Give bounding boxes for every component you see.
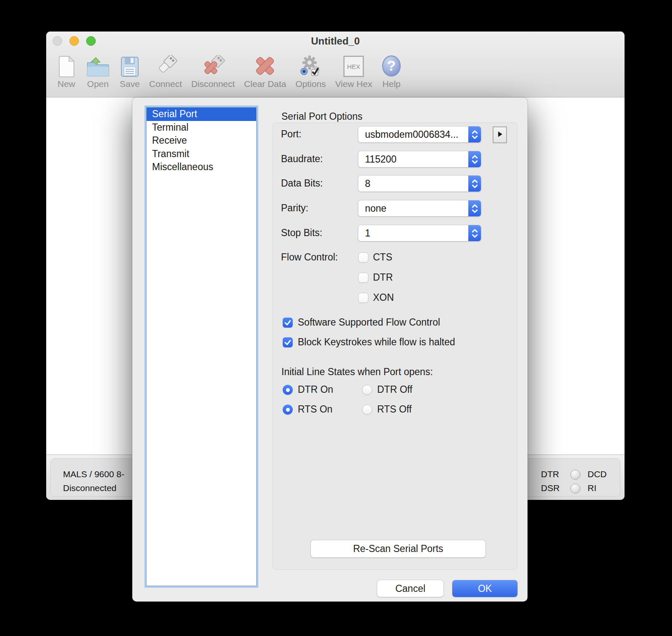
data-bits-value: 8 xyxy=(358,176,481,192)
xon-checkbox[interactable] xyxy=(358,293,368,303)
category-serial-port[interactable]: Serial Port xyxy=(147,108,256,121)
parity-value: none xyxy=(358,200,481,216)
save-floppy-icon xyxy=(120,49,140,78)
software-flow-control-checkbox[interactable] xyxy=(283,318,293,328)
dtr-checkbox[interactable] xyxy=(358,273,368,283)
toolbar-button-save[interactable]: Save xyxy=(115,49,144,89)
port-select[interactable]: usbmodem0006834... xyxy=(358,126,481,142)
options-category-list: Serial Port Terminal Receive Transmit Mi… xyxy=(146,107,257,586)
toolbar-label: Connect xyxy=(149,79,182,89)
data-bits-select[interactable]: 8 xyxy=(358,176,481,192)
category-miscellaneous[interactable]: Miscellaneous xyxy=(147,160,256,174)
new-document-icon xyxy=(57,49,76,78)
options-gears-icon xyxy=(298,49,323,78)
help-icon: ? xyxy=(381,49,402,78)
desktop-background: Untitled_0 New xyxy=(0,0,672,636)
port-value: usbmodem0006834... xyxy=(358,126,481,142)
stepper-chevrons-icon xyxy=(468,225,481,241)
ri-indicator-led xyxy=(570,484,580,494)
toolbar-label: Help xyxy=(383,79,401,89)
options-dialog: Serial Port Terminal Receive Transmit Mi… xyxy=(132,97,528,602)
dcd-signal-label: DCD xyxy=(588,469,607,479)
toolbar-label: Options xyxy=(296,79,326,89)
dtr-off-label: DTR Off xyxy=(377,384,412,395)
stop-bits-select[interactable]: 1 xyxy=(358,225,481,241)
clear-data-icon xyxy=(253,49,277,78)
right-triangle-icon xyxy=(497,131,503,139)
dcd-indicator-led xyxy=(570,470,580,480)
toolbar-button-help[interactable]: ? Help xyxy=(377,49,406,89)
block-keystrokes-label: Block Keystrokes while flow is halted xyxy=(298,336,455,348)
stepper-chevrons-icon xyxy=(468,151,481,167)
toolbar-label: New xyxy=(58,79,75,89)
toolbar-label: Open xyxy=(87,79,108,89)
rts-off-radio[interactable] xyxy=(362,405,372,415)
cancel-button[interactable]: Cancel xyxy=(377,580,444,597)
software-flow-control-label: Software Supported Flow Control xyxy=(298,317,440,328)
toolbar-button-clear-data[interactable]: Clear Data xyxy=(239,49,291,89)
stepper-chevrons-icon xyxy=(468,126,481,142)
connection-state-status: Disconnected xyxy=(63,483,116,493)
toolbar-label: Disconnect xyxy=(191,79,235,89)
port-settings-status: MALS / 9600 8- xyxy=(63,469,124,479)
stop-bits-label: Stop Bits: xyxy=(281,227,322,239)
rts-off-label: RTS Off xyxy=(377,404,412,415)
ok-button[interactable]: OK xyxy=(452,580,517,597)
port-label: Port: xyxy=(281,129,302,140)
category-transmit[interactable]: Transmit xyxy=(147,147,256,161)
dtr-signal-label: DTR xyxy=(541,469,559,479)
view-hex-icon: HEX xyxy=(343,49,365,78)
dtr-off-radio[interactable] xyxy=(362,385,372,395)
toolbar-label: View Hex xyxy=(335,79,372,89)
toolbar-button-disconnect[interactable]: Disconnect xyxy=(186,49,239,89)
baudrate-label: Baudrate: xyxy=(281,153,323,165)
rescan-serial-ports-button[interactable]: Re-Scan Serial Ports xyxy=(311,540,486,557)
open-folder-icon xyxy=(85,49,110,78)
flow-control-label: Flow Control: xyxy=(281,252,338,263)
window-chrome: Untitled_0 New xyxy=(46,32,625,97)
help-glyph-text: ? xyxy=(387,58,396,74)
window-title: Untitled_0 xyxy=(46,35,625,47)
data-bits-label: Data Bits: xyxy=(281,178,323,189)
usb-disconnect-icon xyxy=(200,49,226,78)
rts-on-label: RTS On xyxy=(298,404,333,415)
ri-signal-label: RI xyxy=(588,483,596,493)
toolbar-button-new[interactable]: New xyxy=(52,49,81,89)
line-signals-panel: DTR DCD DSR RI xyxy=(519,458,620,497)
dtr-on-label: DTR On xyxy=(298,384,333,395)
toolbar-button-open[interactable]: Open xyxy=(81,49,115,89)
dtr-label: DTR xyxy=(373,272,393,283)
rts-on-radio[interactable] xyxy=(283,405,293,415)
baudrate-value: 115200 xyxy=(358,151,481,167)
toolbar-label: Save xyxy=(120,79,140,89)
baudrate-select[interactable]: 115200 xyxy=(358,151,481,167)
cts-checkbox[interactable] xyxy=(358,252,368,263)
pane-title: Serial Port Options xyxy=(281,111,362,122)
toolbar-button-view-hex[interactable]: HEX View Hex xyxy=(331,49,377,89)
toolbar-button-connect[interactable]: Connect xyxy=(144,49,186,89)
initial-line-states-label: Initial Line States when Port opens: xyxy=(281,366,433,378)
parity-label: Parity: xyxy=(281,202,308,214)
stepper-chevrons-icon xyxy=(468,200,481,216)
stepper-chevrons-icon xyxy=(468,176,481,192)
dsr-signal-label: DSR xyxy=(541,483,559,493)
toolbar: New Open xyxy=(52,49,620,97)
hex-badge-text: HEX xyxy=(347,63,360,70)
category-receive[interactable]: Receive xyxy=(147,134,256,147)
parity-select[interactable]: none xyxy=(358,200,481,216)
category-terminal[interactable]: Terminal xyxy=(147,121,256,134)
block-keystrokes-checkbox[interactable] xyxy=(283,337,293,347)
dtr-on-radio[interactable] xyxy=(283,385,293,395)
stop-bits-value: 1 xyxy=(358,225,481,241)
toolbar-button-options[interactable]: Options xyxy=(291,49,331,89)
cts-label: CTS xyxy=(373,252,392,263)
port-browse-button[interactable] xyxy=(493,126,507,143)
usb-connect-icon xyxy=(152,49,179,78)
toolbar-label: Clear Data xyxy=(244,79,286,89)
xon-label: XON xyxy=(373,292,394,303)
